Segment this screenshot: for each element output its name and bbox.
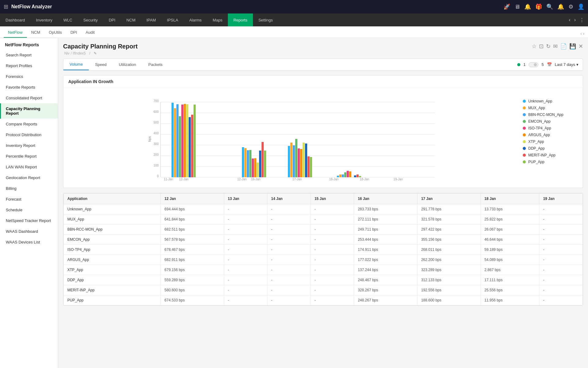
sidebar-item-forecast[interactable]: Forecast	[0, 194, 58, 205]
date-range-selector[interactable]: Last 7 days ▾	[555, 62, 579, 67]
nav-item-settings[interactable]: Settings	[253, 13, 278, 26]
sidebar-item-waas-devices[interactable]: WAAS Devices List	[0, 237, 58, 247]
pdf-icon[interactable]: 📄	[560, 43, 567, 50]
sub-nav-ncm[interactable]: NCM	[27, 28, 45, 38]
sidebar-item-billing[interactable]: Billing	[0, 183, 58, 194]
cell-value: -	[311, 235, 354, 245]
svg-rect-33	[252, 159, 254, 177]
sub-nav-forward-icon[interactable]: ›	[583, 31, 584, 36]
cell-value: 188.600 bps	[417, 295, 481, 305]
legend-label-unknown: Unknown_App	[528, 99, 552, 103]
table-row: MERIT-INP_App580.600 bps---328.267 bps19…	[64, 285, 583, 295]
edit-icon[interactable]: ✎	[94, 51, 97, 56]
sidebar-item-schedule[interactable]: Schedule	[0, 205, 58, 215]
sidebar-item-netspeed-tracker[interactable]: NetSpeed Tracker Report	[0, 215, 58, 226]
legend-dot-bbn	[523, 113, 526, 116]
col-16jan: 16 Jan	[354, 194, 417, 204]
nav-item-ipam[interactable]: IPAM	[141, 13, 161, 26]
legend-dot-merit	[523, 154, 526, 157]
nav-item-reports[interactable]: Reports	[228, 13, 253, 26]
monitor-icon[interactable]: 🖥	[514, 4, 520, 10]
save-icon[interactable]: 💾	[569, 43, 576, 50]
sidebar: NetFlow Reports Search Report Report Pro…	[0, 38, 58, 368]
nav-item-alarms[interactable]: Alarms	[184, 13, 207, 26]
svg-rect-24	[189, 117, 191, 177]
cell-app-name: MUX_App	[64, 214, 161, 224]
sidebar-item-capacity-planning[interactable]: Capacity Planning Report	[0, 103, 58, 119]
sub-nav-audit[interactable]: Audit	[81, 28, 99, 38]
svg-rect-17	[172, 103, 174, 177]
nav-item-dpi[interactable]: DPI	[103, 13, 121, 26]
nav-item-security[interactable]: Security	[78, 13, 103, 26]
sidebar-item-search-report[interactable]: Search Report	[0, 50, 58, 60]
rocket-icon[interactable]: 🚀	[503, 3, 510, 10]
sidebar-item-favorite-reports[interactable]: Favorite Reports	[0, 82, 58, 93]
bell-icon[interactable]: 🔔	[524, 3, 531, 10]
close-icon[interactable]: ✕	[579, 43, 583, 50]
nav-item-ipsla[interactable]: IPSLA	[161, 13, 184, 26]
cell-value: 11.956 bps	[481, 295, 539, 305]
tab-utilization[interactable]: Utilization	[113, 59, 142, 70]
nav-item-wlc[interactable]: WLC	[58, 13, 78, 26]
svg-text:200: 200	[153, 153, 159, 156]
main-layout: NetFlow Reports Search Report Report Pro…	[0, 38, 588, 368]
indicator-toggle[interactable]	[529, 62, 538, 67]
notification-icon[interactable]: 🔔	[557, 3, 564, 10]
sub-nav-back-icon[interactable]: ‹	[580, 31, 582, 36]
cell-value: 283.733 bps	[354, 204, 417, 214]
nav-back-icon[interactable]: ‹	[567, 16, 571, 24]
header-left: ⊞ NetFlow Analyzer	[4, 3, 52, 10]
cell-value: -	[311, 245, 354, 255]
svg-text:17-Jan: 17-Jan	[292, 178, 302, 181]
gift-icon[interactable]: 🎁	[535, 3, 542, 10]
sub-nav-netflow[interactable]: NetFlow	[4, 28, 27, 38]
table-row: ISO-TP4_App678.467 bps---174.911 bps268.…	[64, 245, 583, 255]
svg-rect-54	[342, 174, 344, 177]
sidebar-item-compare-reports[interactable]: Compare Reports	[0, 119, 58, 129]
sidebar-item-inventory-report[interactable]: Inventory Report	[0, 140, 58, 151]
sidebar-item-forensics[interactable]: Forensics	[0, 71, 58, 82]
legend-argus-app: ARGUS_App	[523, 133, 578, 137]
cell-value: -	[539, 295, 583, 305]
col-12jan: 12 Jan	[161, 194, 224, 204]
refresh-icon[interactable]: ↻	[546, 43, 551, 50]
tab-packets[interactable]: Packets	[142, 59, 168, 70]
star-icon[interactable]: ☆	[532, 43, 537, 50]
sub-nav-oputils[interactable]: OpUtils	[44, 28, 66, 38]
svg-text:0: 0	[157, 174, 159, 178]
sidebar-item-waas-dashboard[interactable]: WAAS Dashboard	[0, 226, 58, 237]
nav-item-dashboard[interactable]: Dashboard	[0, 13, 31, 26]
svg-rect-26	[194, 105, 196, 177]
nav-menu-icon[interactable]: ⋮	[578, 16, 586, 24]
table-row: DDP_App559.289 bps---248.467 bps312.133 …	[64, 275, 583, 285]
email-icon[interactable]: ✉	[553, 43, 558, 50]
legend-pup-app: PUP_App	[523, 160, 578, 164]
legend-dot-emcon	[523, 120, 526, 123]
sub-nav-dpi[interactable]: DPI	[66, 28, 81, 38]
chart-wrapper: bps 0 100 200 300 400 500 600 700	[68, 93, 517, 183]
sidebar-item-percentile-report[interactable]: Percentile Report	[0, 151, 58, 162]
cell-value: -	[224, 204, 267, 214]
sidebar-item-geolocation[interactable]: Geolocation Report	[0, 172, 58, 183]
export-icon[interactable]: ⊡	[539, 43, 544, 50]
gear-icon[interactable]: ⚙	[568, 3, 573, 10]
sidebar-item-consolidated-report[interactable]: Consolidated Report	[0, 93, 58, 103]
grid-icon[interactable]: ⊞	[4, 3, 8, 10]
sub-nav: NetFlow NCM OpUtils DPI Audit ‹ ›	[0, 26, 588, 38]
nav-forward-icon[interactable]: ›	[573, 16, 577, 24]
nav-item-maps[interactable]: Maps	[207, 13, 228, 26]
sidebar-item-report-profiles[interactable]: Report Profiles	[0, 60, 58, 71]
tab-volume[interactable]: Volume	[63, 59, 89, 70]
cell-value: 641.844 bps	[161, 214, 224, 224]
search-icon[interactable]: 🔍	[546, 3, 553, 10]
tab-speed[interactable]: Speed	[89, 59, 113, 70]
chart-title: Application IN Growth	[63, 75, 583, 88]
col-application: Application	[64, 194, 161, 204]
sidebar-item-lan-wan[interactable]: LAN WAN Report	[0, 162, 58, 172]
sidebar-item-protocol-distribution[interactable]: Protocol Distribution	[0, 129, 58, 140]
nav-item-ncm[interactable]: NCM	[121, 13, 141, 26]
chevron-down-icon: ▾	[576, 62, 579, 67]
user-icon[interactable]: 👤	[578, 3, 584, 10]
nav-item-inventory[interactable]: Inventory	[31, 13, 58, 26]
indicator-value2: 5	[541, 62, 544, 67]
